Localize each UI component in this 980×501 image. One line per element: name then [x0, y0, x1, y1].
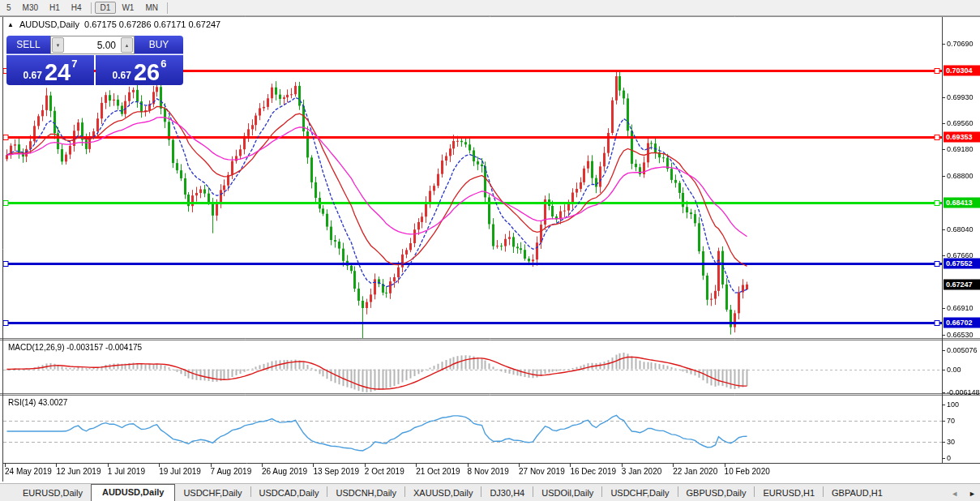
- date-axis-label: 16 Dec 2019: [570, 467, 616, 476]
- spin-up-icon: ▲: [125, 43, 130, 48]
- volume-increase-button[interactable]: ▲: [121, 37, 133, 53]
- price-axis-tick: 0.70690: [947, 40, 974, 48]
- toolbar-separator: [91, 2, 92, 14]
- price-level-tag: 0.70304: [944, 66, 980, 76]
- chart-tab-eurusd-daily[interactable]: EURUSD,Daily: [15, 486, 91, 501]
- rsi-axis-tick: 100: [947, 400, 959, 409]
- date-axis-label: 22 Jan 2020: [673, 467, 717, 476]
- tab-scroll-left-icon[interactable]: ◄: [951, 490, 958, 498]
- price-level-tag: 0.66702: [944, 317, 980, 328]
- sell-price-prefix: 0.67: [24, 71, 42, 82]
- chart-tab-usdchf-daily[interactable]: USDCHF,Daily: [602, 486, 677, 501]
- timeframe-button-d1[interactable]: D1: [95, 2, 117, 14]
- chart-tab-xauusd-daily[interactable]: XAUUSD,Daily: [405, 486, 481, 501]
- date-axis-label: 3 Jan 2020: [622, 467, 662, 476]
- price-level-tag: 0.69353: [944, 132, 980, 143]
- toolbar-separator: [167, 2, 168, 14]
- price-axis-tick: 0.68040: [947, 225, 974, 233]
- timeframe-button-w1[interactable]: W1: [116, 2, 139, 14]
- sell-price-main: 24: [45, 63, 71, 82]
- tab-scroll-arrows: ◄ ►: [951, 490, 976, 498]
- macd-axis-tick: 0.005076: [947, 346, 978, 354]
- chart-tab-usdoil-daily[interactable]: USDOil,Daily: [533, 486, 601, 501]
- chart-tab-usdchf-daily[interactable]: USDCHF,Daily: [175, 486, 250, 501]
- date-axis-label: 10 Feb 2020: [725, 467, 770, 476]
- spin-down-icon: ▼: [56, 43, 61, 48]
- chart-tab-audusd-daily[interactable]: AUDUSD,Daily: [91, 484, 175, 501]
- rsi-axis-tick: 30: [947, 438, 955, 446]
- price-axis-tick: 0.69180: [947, 145, 974, 153]
- date-axis-label: 1 Jul 2019: [108, 467, 145, 476]
- macd-axis-tick: -0.006148: [947, 388, 980, 396]
- date-axis-label: 12 Jun 2019: [56, 467, 101, 476]
- price-axis-tick: 0.69930: [947, 93, 974, 101]
- collapse-panel-icon[interactable]: ▲: [7, 21, 14, 28]
- date-axis-label: 24 May 2019: [5, 467, 52, 476]
- macd-label: MACD(12,26,9) -0.003157 -0.004175: [8, 343, 142, 352]
- date-axis-label: 21 Oct 2019: [416, 467, 460, 476]
- timeframe-button-5[interactable]: 5: [1, 2, 17, 14]
- timeframe-button-h1[interactable]: H1: [44, 2, 66, 14]
- date-axis-label: 27 Nov 2019: [519, 467, 565, 476]
- date-axis-label: 19 Jul 2019: [159, 467, 201, 476]
- chart-tab-bar: EURUSD,DailyAUDUSD,DailyUSDCHF,DailyUSDC…: [0, 483, 980, 501]
- buy-price-display[interactable]: 0.67 26 6: [96, 55, 183, 85]
- one-click-trade-panel: SELL ▼ ▲ BUY 0.67 24 7 0.67 26 6: [6, 36, 183, 85]
- price-axis-tick: 0.69560: [947, 119, 974, 127]
- date-axis-label: 2 Oct 2019: [365, 467, 404, 476]
- price-level-tag: 0.67247: [944, 279, 980, 289]
- volume-control: ▼ ▲: [50, 36, 135, 54]
- chart-symbol-label: AUDUSD,Daily: [19, 19, 79, 29]
- price-level-tag: 0.67552: [944, 258, 980, 268]
- rsi-label: RSI(14) 43.0027: [8, 398, 67, 407]
- date-axis-label: 26 Aug 2019: [262, 467, 307, 476]
- buy-button[interactable]: BUY: [135, 36, 183, 54]
- chart-tab-gbpusd-daily[interactable]: GBPUSD,Daily: [678, 486, 755, 501]
- chart-ohlc-values: 0.67175 0.67286 0.67171 0.67247: [84, 19, 220, 29]
- sell-price-pip: 7: [71, 58, 77, 69]
- timeframe-button-mn[interactable]: MN: [139, 2, 164, 14]
- price-axis-tick: 0.68800: [947, 172, 974, 180]
- buy-price-prefix: 0.67: [113, 71, 131, 82]
- chart-tab-usdcad-daily[interactable]: USDCAD,Daily: [251, 486, 327, 501]
- macd-axis-tick: 0.00: [947, 366, 961, 374]
- sell-price-display[interactable]: 0.67 24 7: [6, 55, 94, 85]
- buy-price-main: 26: [134, 63, 160, 82]
- date-axis-label: 13 Sep 2019: [313, 467, 359, 476]
- price-level-tag: 0.68413: [944, 198, 980, 208]
- trading-platform-window: 5M30H1H4D1W1MN ▲AUDUSD,Daily 0.67175 0.6…: [0, 0, 980, 501]
- timeframe-button-m30[interactable]: M30: [17, 2, 44, 14]
- date-axis-label: 7 Aug 2019: [211, 467, 252, 476]
- timeframe-toolbar: 5M30H1H4D1W1MN: [0, 0, 980, 16]
- buy-price-pip: 6: [160, 58, 166, 69]
- sell-button[interactable]: SELL: [6, 36, 50, 54]
- chart-tab-dj30-h4[interactable]: DJ30,H4: [481, 486, 533, 501]
- tab-scroll-right-icon[interactable]: ►: [969, 490, 976, 498]
- chart-tab-eurusd-h1[interactable]: EURUSD,H1: [755, 486, 823, 501]
- rsi-axis-tick: 0: [947, 454, 951, 462]
- chart-tab-gbpaud-h1[interactable]: GBPAUD,H1: [824, 486, 891, 501]
- date-axis-label: 8 Nov 2019: [468, 467, 509, 476]
- volume-decrease-button[interactable]: ▼: [52, 37, 64, 53]
- rsi-axis-tick: 70: [947, 417, 955, 425]
- timeframe-button-h4[interactable]: H4: [66, 2, 88, 14]
- price-axis-tick: 0.66910: [947, 304, 974, 312]
- chart-header: ▲AUDUSD,Daily 0.67175 0.67286 0.67171 0.…: [7, 19, 220, 29]
- chart-tab-usdcnh-daily[interactable]: USDCNH,Daily: [327, 486, 404, 501]
- price-axis-tick: 0.66530: [947, 331, 974, 339]
- volume-input[interactable]: [65, 36, 120, 54]
